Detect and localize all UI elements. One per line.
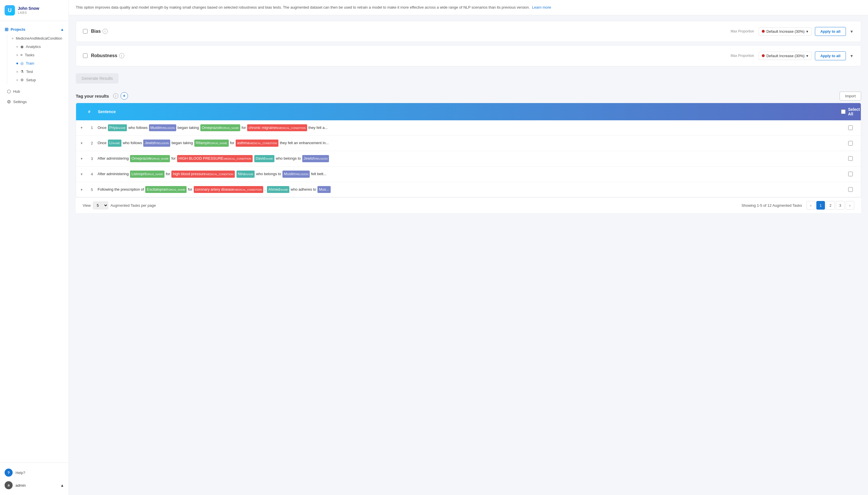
robustness-title: Robustness bbox=[91, 53, 117, 58]
row-checkbox-1[interactable] bbox=[848, 125, 853, 130]
sidebar-item-test[interactable]: ⚗ Test bbox=[12, 67, 69, 76]
robustness-proportion-dropdown[interactable]: Default Increase (30%) ▾ bbox=[759, 52, 812, 60]
sidebar-item-settings[interactable]: ⚙ Settings bbox=[2, 97, 66, 107]
row-checkbox-2[interactable] bbox=[848, 141, 853, 146]
settings-label: Settings bbox=[13, 100, 27, 104]
robustness-dropdown-value: Default Increase (30%) bbox=[766, 54, 804, 58]
hub-label: Hub bbox=[13, 89, 20, 93]
robustness-checkbox[interactable] bbox=[83, 53, 88, 58]
info-text: This option improves data quality and mo… bbox=[76, 5, 530, 10]
bias-dropdown-arrow: ▾ bbox=[806, 29, 808, 34]
bias-apply-button[interactable]: Apply to all bbox=[815, 27, 846, 36]
entity-name-ahmed: AhmedNAME bbox=[267, 186, 289, 193]
sidebar-nav: ⊞ Projects ▲ MedicineAndMedicalCondition… bbox=[0, 21, 69, 463]
entity-name-david: DavidNAME bbox=[254, 155, 274, 162]
admin-label: admin bbox=[16, 483, 25, 488]
table-row: ▾ 3 After administering OmeprazoleDRUG_N… bbox=[76, 151, 861, 167]
row-expand-icon-2[interactable]: ▾ bbox=[81, 141, 83, 145]
help-icon: ? bbox=[5, 468, 13, 477]
per-page-label: Augmented Tasks per page bbox=[110, 203, 156, 208]
tag-results-info-icon[interactable]: i bbox=[113, 93, 118, 99]
entity-condition-asthma: asthmaMEDICAL_CONDITION bbox=[236, 139, 278, 147]
bias-title: Bias bbox=[91, 29, 101, 34]
results-table: # Sentence Select All ▾ 1 Once PriyaNAME… bbox=[76, 103, 861, 198]
row-checkbox-3[interactable] bbox=[848, 156, 853, 161]
page-1-button[interactable]: 1 bbox=[816, 201, 825, 210]
entity-name-priya: PriyaNAME bbox=[108, 124, 127, 132]
row-checkbox-4[interactable] bbox=[848, 172, 853, 176]
table-row: ▾ 5 Following the prescription of Escita… bbox=[76, 182, 861, 197]
robustness-dropdown-arrow: ▾ bbox=[806, 54, 808, 58]
train-label: Train bbox=[26, 61, 34, 66]
row-check-4 bbox=[845, 172, 856, 176]
setup-icon: ⚙ bbox=[20, 78, 24, 82]
bias-info-icon[interactable]: i bbox=[103, 29, 108, 34]
entity-condition-coronary: coronary artery diseaseMEDICAL_CONDITION bbox=[194, 186, 263, 193]
bias-expand-icon[interactable]: ▾ bbox=[849, 28, 854, 35]
row-expand-icon-4[interactable]: ▾ bbox=[81, 172, 83, 176]
logo-name: John Snow bbox=[18, 6, 39, 11]
page-2-button[interactable]: 2 bbox=[826, 201, 835, 210]
learn-more-link[interactable]: Learn more bbox=[532, 5, 551, 10]
generate-results-button[interactable]: Generate Results bbox=[76, 73, 119, 84]
admin-item[interactable]: a admin ▲ bbox=[5, 479, 64, 492]
page-prev-button[interactable]: ‹ bbox=[806, 201, 815, 210]
bias-proportion-dropdown[interactable]: Default Increase (30%) ▾ bbox=[759, 27, 812, 36]
select-all-checkbox[interactable] bbox=[841, 109, 846, 114]
row-num-1: 1 bbox=[86, 125, 98, 130]
import-button[interactable]: Import bbox=[839, 91, 861, 101]
entity-religion-jewish1: JewishRELIGION bbox=[143, 139, 170, 147]
hub-icon: ⬡ bbox=[7, 89, 11, 94]
entity-religion-muslim: MuslimRELIGION bbox=[149, 124, 176, 132]
sidebar-item-train[interactable]: ◎ Train bbox=[12, 59, 69, 67]
bias-checkbox[interactable] bbox=[83, 29, 88, 34]
row-expand-icon-1[interactable]: ▾ bbox=[81, 125, 83, 130]
nav-children: MedicineAndMedicalCondition ◉ Analytics … bbox=[7, 34, 69, 84]
setup-label: Setup bbox=[26, 78, 36, 82]
per-page-select[interactable]: 5 10 25 bbox=[93, 202, 108, 209]
help-item[interactable]: ? Help? bbox=[5, 466, 64, 479]
analytics-icon: ◉ bbox=[20, 45, 23, 49]
sidebar-projects-label: Projects bbox=[11, 27, 25, 32]
row-check-3 bbox=[845, 156, 856, 161]
view-control: View 5 10 25 Augmented Tasks per page bbox=[83, 202, 156, 209]
row-num-2: 2 bbox=[86, 141, 98, 145]
entity-drug-omeprazole2: OmeprazoleDRUG_NAME bbox=[130, 155, 170, 162]
sidebar-item-analytics[interactable]: ◉ Analytics bbox=[12, 42, 69, 51]
entity-drug-lisinopril: LisinoprilDRUG_NAME bbox=[130, 171, 164, 178]
entity-condition-highbp2: high blood pressureMEDICAL_CONDITION bbox=[171, 171, 235, 178]
row-num-4: 4 bbox=[86, 172, 98, 176]
sidebar-bottom: ? Help? a admin ▲ bbox=[0, 463, 69, 495]
page-3-button[interactable]: 3 bbox=[836, 201, 845, 210]
row-sentence-4: After administering LisinoprilDRUG_NAME … bbox=[98, 171, 845, 178]
bias-dropdown-value: Default Increase (30%) bbox=[766, 29, 804, 34]
tasks-icon: ≡ bbox=[20, 53, 23, 57]
table-row: ▾ 2 Once LiNAME who follows JewishRELIGI… bbox=[76, 136, 861, 151]
robustness-apply-button[interactable]: Apply to all bbox=[815, 51, 846, 60]
row-expand-icon-3[interactable]: ▾ bbox=[81, 156, 83, 161]
robustness-info-icon[interactable]: i bbox=[119, 53, 124, 58]
info-bar: This option improves data quality and mo… bbox=[69, 0, 868, 15]
robustness-expand-icon[interactable]: ▾ bbox=[849, 52, 854, 60]
robustness-section: Robustness i Max Proportion Default Incr… bbox=[76, 45, 861, 66]
tag-add-button[interactable]: + bbox=[121, 92, 128, 100]
content-inner: Bias i Max Proportion Default Increase (… bbox=[69, 15, 868, 219]
help-label: Help? bbox=[16, 471, 25, 475]
entity-condition-highbp: HIGH BLOOD PRESSUREMEDICAL_CONDITION bbox=[177, 155, 253, 162]
page-next-button[interactable]: › bbox=[846, 201, 854, 210]
row-expand-icon-5[interactable]: ▾ bbox=[81, 187, 83, 192]
logo-area: U John Snow LABS bbox=[0, 0, 69, 21]
sidebar-item-tasks[interactable]: ≡ Tasks bbox=[12, 51, 69, 59]
logo-icon: U bbox=[5, 5, 15, 16]
entity-drug-rifampin: RifampinDRUG_NAME bbox=[194, 139, 229, 147]
admin-avatar: a bbox=[5, 481, 13, 489]
bias-max-prop-label: Max Proportion bbox=[731, 29, 754, 33]
test-label: Test bbox=[26, 69, 33, 74]
sidebar-item-setup[interactable]: ⚙ Setup bbox=[12, 76, 69, 84]
sidebar-project-name[interactable]: MedicineAndMedicalCondition bbox=[7, 34, 69, 42]
sidebar-item-hub[interactable]: ⬡ Hub bbox=[2, 86, 66, 97]
projects-icon: ⊞ bbox=[5, 27, 8, 32]
sidebar-item-projects[interactable]: ⊞ Projects ▲ bbox=[0, 24, 69, 34]
row-checkbox-5[interactable] bbox=[848, 187, 853, 192]
entity-religion-muslim2: MuslimRELIGION bbox=[282, 171, 310, 178]
